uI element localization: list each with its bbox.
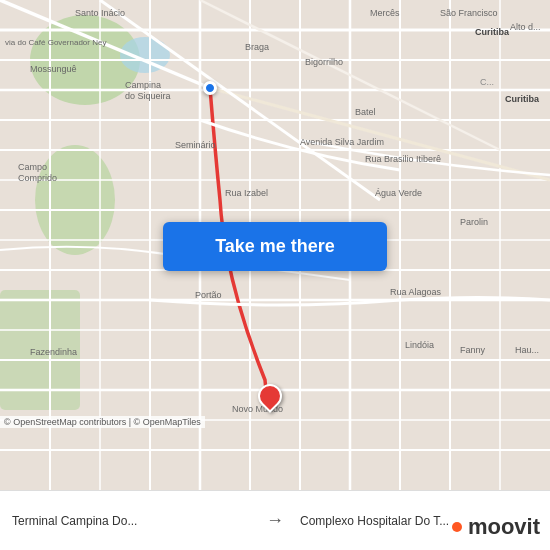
map-attribution: © OpenStreetMap contributors | © OpenMap…: [0, 416, 205, 428]
svg-text:Água Verde: Água Verde: [375, 188, 422, 198]
svg-text:Portão: Portão: [195, 290, 222, 300]
svg-text:via do Café Governador Ney: via do Café Governador Ney: [5, 38, 106, 47]
svg-text:Rua Alagoas: Rua Alagoas: [390, 287, 442, 297]
origin-name: Terminal Campina Do...: [12, 514, 250, 528]
svg-text:Fanny: Fanny: [460, 345, 486, 355]
take-me-there-button[interactable]: Take me there: [163, 222, 387, 271]
svg-text:Curitiba: Curitiba: [475, 27, 510, 37]
svg-text:do Siqueira: do Siqueira: [125, 91, 171, 101]
svg-text:Santo Inácio: Santo Inácio: [75, 8, 125, 18]
svg-text:Avenida Silva Jardim: Avenida Silva Jardim: [300, 137, 384, 147]
moovit-brand-text: moovit: [468, 514, 540, 540]
svg-text:Parolin: Parolin: [460, 217, 488, 227]
svg-text:Hau...: Hau...: [515, 345, 539, 355]
svg-text:Mossunguê: Mossunguê: [30, 64, 77, 74]
svg-text:Curitiba: Curitiba: [505, 94, 540, 104]
svg-text:Lindóia: Lindóia: [405, 340, 434, 350]
svg-text:São Francisco: São Francisco: [440, 8, 498, 18]
arrow-icon: →: [266, 510, 284, 531]
svg-text:Rua Brasilio Itiberê: Rua Brasilio Itiberê: [365, 154, 441, 164]
map-container: Santo Inácio Mercês São Francisco Curiti…: [0, 0, 550, 490]
svg-text:Campina: Campina: [125, 80, 161, 90]
destination-marker: [258, 384, 282, 408]
svg-text:Alto d...: Alto d...: [510, 22, 541, 32]
moovit-logo: moovit: [452, 514, 540, 540]
svg-text:Seminário: Seminário: [175, 140, 216, 150]
svg-text:Comprido: Comprido: [18, 173, 57, 183]
svg-text:C...: C...: [480, 77, 494, 87]
svg-text:Bigorrilho: Bigorrilho: [305, 57, 343, 67]
svg-text:Rua Izabel: Rua Izabel: [225, 188, 268, 198]
svg-text:Batel: Batel: [355, 107, 376, 117]
svg-text:Braga: Braga: [245, 42, 269, 52]
moovit-dot: [452, 522, 462, 532]
svg-text:Campo: Campo: [18, 162, 47, 172]
origin-info: Terminal Campina Do...: [12, 514, 258, 528]
svg-text:Fazendinha: Fazendinha: [30, 347, 77, 357]
svg-text:Mercês: Mercês: [370, 8, 400, 18]
bottom-bar: Terminal Campina Do... → Complexo Hospit…: [0, 490, 550, 550]
origin-marker: [203, 81, 217, 95]
